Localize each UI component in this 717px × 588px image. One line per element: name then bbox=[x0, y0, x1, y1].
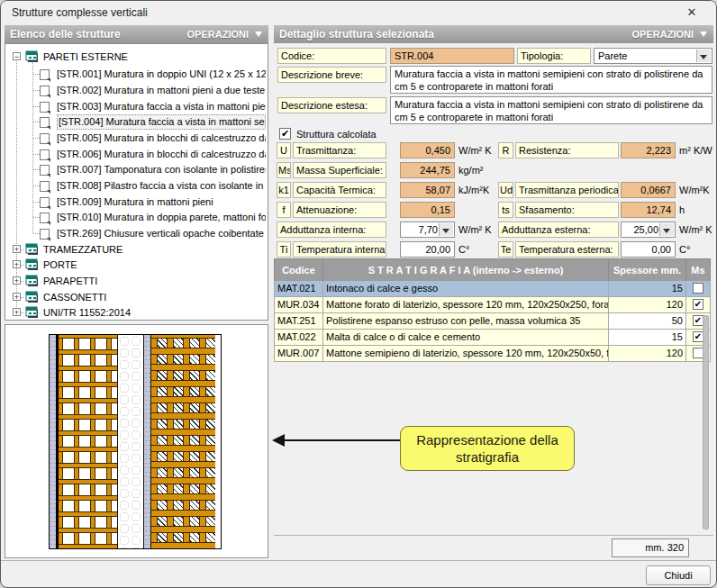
chevron-down-icon[interactable] bbox=[696, 50, 711, 62]
cell-desc[interactable]: Malta di calce o di calce e cemento bbox=[323, 330, 609, 346]
tree-node-label: PARETI ESTERNE bbox=[43, 50, 266, 65]
structure-sheet-icon bbox=[40, 117, 50, 128]
chevron-down-icon[interactable] bbox=[439, 223, 453, 236]
title-bar: Strutture complesse verticali ✕ bbox=[1, 1, 716, 24]
category-icon bbox=[25, 306, 38, 318]
param-k1-label: Capacità Termica: bbox=[293, 182, 386, 198]
detail-operations-dropdown-icon[interactable] bbox=[700, 32, 707, 37]
tree-item-str002[interactable]: [STR.002] Muratura in mattoni pieni a du… bbox=[5, 83, 266, 98]
param-ts-label: Sfasamento: bbox=[515, 202, 619, 218]
struttura-calcolata-checkbox[interactable] bbox=[279, 128, 291, 140]
detail-panel-header: Dettaglio struttura selezionata OPERAZIO… bbox=[274, 25, 713, 43]
col-header-spessore[interactable]: Spessore mm. bbox=[609, 258, 686, 283]
tree-item-str005[interactable]: [STR.005] Muratura in blocchi di calcest… bbox=[5, 131, 266, 146]
detail-operations-button[interactable]: OPERAZIONI bbox=[632, 25, 694, 43]
adduttanza-interna-select[interactable]: 7,70 bbox=[400, 222, 455, 238]
wall-section-drawing bbox=[49, 334, 222, 549]
param-u-value: 0,450 bbox=[400, 142, 455, 158]
adduttanza-esterna-select[interactable]: 25,00 bbox=[621, 222, 676, 238]
cell-desc[interactable]: Mattone forato di laterizio, spessore 12… bbox=[323, 297, 609, 313]
collapse-icon[interactable]: − bbox=[13, 52, 21, 60]
param-k1-unit: kJ/m²K bbox=[458, 182, 489, 198]
ms-checkbox[interactable] bbox=[693, 283, 703, 294]
cell-desc[interactable]: Polistirene espanso estruso con pelle, m… bbox=[323, 313, 609, 330]
ms-checkbox[interactable] bbox=[693, 299, 703, 310]
param-r-symbol: R bbox=[498, 142, 513, 158]
param-te-field[interactable]: 0,00 bbox=[621, 241, 676, 258]
cell-codice[interactable]: MUR.034 bbox=[274, 297, 323, 313]
expand-icon[interactable]: + bbox=[13, 276, 21, 285]
tree-item-str001[interactable]: [STR.001] Muratura in doppio UNI (12 x 2… bbox=[5, 67, 266, 82]
desc-estesa-field[interactable]: Muratura faccia a vista in mattoni semip… bbox=[390, 96, 712, 124]
cell-spessore[interactable]: 15 bbox=[609, 330, 686, 346]
structure-sheet-icon bbox=[40, 102, 50, 113]
expand-icon[interactable]: + bbox=[13, 245, 21, 253]
layer-malta bbox=[144, 335, 151, 548]
param-ti-field[interactable]: 20,00 bbox=[400, 241, 455, 258]
category-icon bbox=[25, 258, 38, 270]
cell-spessore[interactable]: 50 bbox=[609, 313, 686, 330]
detail-panel-title: Dettaglio struttura selezionata bbox=[279, 28, 434, 41]
tree-item-str010[interactable]: [STR.010] Muratura in doppia parete, mat… bbox=[5, 210, 266, 225]
col-header-ms[interactable]: Ms bbox=[686, 258, 711, 283]
param-r-unit: m² K/W bbox=[679, 142, 712, 158]
category-icon bbox=[25, 275, 38, 286]
tree-node-parapetti[interactable]: + PARAPETTI bbox=[5, 274, 266, 289]
layer-mattone-forato bbox=[59, 335, 118, 548]
tree-node-tramezzature[interactable]: + TRAMEZZATURE bbox=[5, 242, 266, 258]
tree-item-str008[interactable]: [STR.008] Pilastro faccia a vista con is… bbox=[5, 178, 266, 194]
expand-icon[interactable]: + bbox=[13, 260, 21, 268]
left-panel-header: Elenco delle strutture OPERAZIONI bbox=[5, 25, 268, 43]
param-ud-unit: W/m²K bbox=[679, 182, 710, 198]
tipologia-label: Tipologia: bbox=[517, 48, 591, 64]
tipologia-select[interactable]: Parete bbox=[594, 48, 712, 64]
cell-spessore[interactable]: 15 bbox=[609, 281, 686, 297]
struttura-calcolata-label: Struttura calcolata bbox=[296, 128, 377, 140]
table-vertical-scrollbar[interactable] bbox=[703, 315, 709, 529]
param-ti-symbol: Ti bbox=[277, 241, 291, 258]
col-header-codice[interactable]: Codice bbox=[274, 258, 323, 283]
codice-field[interactable]: STR.004 bbox=[390, 48, 514, 64]
adduttanza-esterna-unit: W/m² K bbox=[679, 222, 712, 238]
cell-codice[interactable]: MAT.251 bbox=[274, 313, 323, 330]
param-te-label: Temperatura esterna: bbox=[515, 241, 619, 258]
param-ti-unit: C° bbox=[458, 241, 469, 258]
cell-ms[interactable] bbox=[686, 281, 711, 297]
close-icon[interactable]: ✕ bbox=[680, 5, 703, 21]
cell-desc[interactable]: Mattone semipieno di laterizio, spessore… bbox=[323, 346, 609, 362]
layer-intonaco bbox=[50, 335, 59, 548]
tree-node-porte[interactable]: + PORTE bbox=[5, 258, 266, 273]
cell-codice[interactable]: MUR.007 bbox=[274, 346, 323, 362]
chevron-down-icon[interactable] bbox=[659, 223, 674, 236]
left-operations-button[interactable]: OPERAZIONI bbox=[187, 25, 249, 43]
expand-icon[interactable]: + bbox=[13, 293, 21, 301]
tree-node-cassonetti[interactable]: + CASSONETTI bbox=[5, 290, 266, 305]
param-ts-unit: h bbox=[679, 202, 685, 218]
tree-item-str269[interactable]: [STR.269] Chiusure verticali opache coib… bbox=[5, 226, 266, 241]
category-icon bbox=[25, 50, 38, 62]
param-ms-label: Massa Superficiale: bbox=[293, 162, 386, 178]
param-r-label: Resistenza: bbox=[515, 142, 619, 158]
cell-spessore[interactable]: 120 bbox=[609, 346, 686, 362]
left-operations-dropdown-icon[interactable] bbox=[255, 32, 262, 37]
layer-polistirene bbox=[118, 335, 144, 548]
desc-breve-field[interactable]: Muratura faccia a vista in mattoni semip… bbox=[390, 66, 712, 94]
tree-item-str009[interactable]: [STR.009] Muratura in mattoni pieni bbox=[5, 194, 266, 210]
cell-codice[interactable]: MAT.021 bbox=[274, 281, 323, 297]
expand-icon[interactable]: + bbox=[13, 308, 21, 316]
tree-node-unitr[interactable]: + UNI/TR 11552:2014 bbox=[5, 305, 266, 321]
tree-item-str004-selected[interactable]: [STR.004] Muratura faccia a vista in mat… bbox=[5, 114, 266, 130]
tree-item-str006[interactable]: [STR.006] Muratura in blocchi di calcest… bbox=[5, 147, 266, 162]
cell-desc[interactable]: Intonaco di calce e gesso bbox=[323, 281, 609, 297]
cell-codice[interactable]: MAT.022 bbox=[274, 330, 323, 346]
cell-ms[interactable] bbox=[686, 297, 711, 313]
left-panel-title: Elenco delle strutture bbox=[10, 28, 121, 41]
category-icon bbox=[25, 291, 38, 303]
chiudi-button[interactable]: Chiudi bbox=[646, 565, 711, 585]
col-header-stratigrafia[interactable]: S T R A T I G R A F I A (interno -> este… bbox=[323, 258, 609, 283]
structure-sheet-icon bbox=[40, 181, 50, 192]
tree-item-str007[interactable]: [STR.007] Tamponatura con isolante in po… bbox=[5, 162, 266, 177]
tree-item-str003[interactable]: [STR.003] Muratura faccia a vista in mat… bbox=[5, 99, 266, 114]
tree-node-pareti-esterne[interactable]: − PARETI ESTERNE bbox=[5, 50, 266, 65]
cell-spessore[interactable]: 120 bbox=[609, 297, 686, 313]
